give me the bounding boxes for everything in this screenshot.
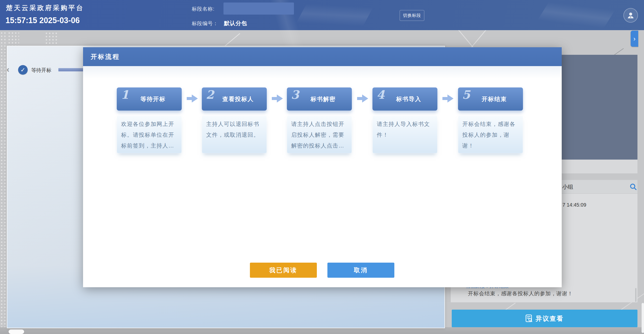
flow-step-card-1: 1 等待开标 [117,87,182,111]
stepper-prev-chevron-icon[interactable]: ‹ [7,65,9,73]
dialog-title: 开标流程 [91,47,120,66]
cancel-button[interactable]: 取消 [327,263,394,278]
flow-step-card-4: 4 标书导入 [372,87,437,111]
section-code-label: 标段编号： [192,20,218,27]
page-scrollbar-thumb[interactable] [641,303,644,333]
objection-view-button[interactable]: 异议查看 [452,310,637,327]
dialog-header-fade [83,66,562,79]
top-header: 楚天云采政府采购平台 15:57:15 2025-03-06 标段名称: 标段编… [0,0,644,30]
step-desc-box-2: 主持人可以退回标书文件，或取消退回。 [202,116,267,153]
step-title: 等待开标 [133,95,166,103]
group-title: 小组 [562,183,573,191]
open-bid-flow-dialog: 开标流程 1 等待开标 2 查看投标人 3 标书解密 4 标书导入 [83,47,562,287]
objection-doc-icon [525,314,533,322]
chat-timestamp: 7 14:45:09 [562,202,586,208]
dialog-header [83,47,562,66]
section-code-value: 默认分包 [224,20,247,27]
bottom-left-pill [9,329,24,334]
step-number: 5 [462,88,470,102]
confirm-read-button[interactable]: 我已阅读 [250,263,317,278]
step-title: 开标结束 [474,95,507,103]
chat-scrollbar[interactable] [635,288,636,302]
user-icon [627,12,634,19]
step-number: 2 [206,88,214,102]
step-desc-text: 请主持人导入标书文件！ [377,119,433,140]
step-number: 1 [121,88,129,102]
header-clock: 15:57:15 2025-03-06 [6,16,80,25]
chat-message: 开标会结束，感谢各投标人的参加，谢谢！ [468,290,573,297]
step-desc-text: 请主持人点击按钮开启投标人解密，需要解密的投标人点击… [291,119,348,151]
flow-step-card-2: 2 查看投标人 [202,87,267,111]
chevron-right-icon: › [633,35,636,43]
stepper-step-1-label: 等待开标 [31,67,51,74]
flow-step-card-5: 5 开标结束 [458,87,523,111]
step-desc-box-5: 开标会结束，感谢各投标人的参加，谢谢！ [458,116,523,153]
step-number: 4 [376,88,385,102]
section-name-mask [223,3,294,15]
section-name-label: 标段名称: [192,6,215,12]
flow-step-card-3: 3 标书解密 [287,87,352,111]
step-desc-box-3: 请主持人点击按钮开启投标人解密，需要解密的投标人点击… [287,116,352,153]
step-desc-text: 主持人可以退回标书文件，或取消退回。 [206,119,262,140]
user-avatar[interactable] [623,8,638,23]
stepper-next-chevron[interactable]: › [631,31,638,47]
app-screen: 监控~ 小组 7 14:45:09 • 当前阶段：开标结束 开标会结束，感谢各投… [0,0,644,334]
arrow-right-icon [442,94,454,104]
objection-button-label: 异议查看 [536,314,564,323]
arrow-right-icon [186,94,198,104]
arrow-right-icon [357,94,369,104]
switch-section-button[interactable]: 切换标段 [400,10,424,21]
step-desc-box-1: 欢迎各位参加网上开标。请投标单位在开标前签到，主持人… [117,116,182,153]
step-number: 3 [291,88,299,102]
step-desc-box-4: 请主持人导入标书文件！ [372,116,437,153]
arrow-right-icon [271,94,283,104]
search-icon[interactable] [629,183,637,190]
step-title: 标书导入 [389,95,421,103]
step-desc-text: 欢迎各位参加网上开标。请投标单位在开标前签到，主持人… [121,119,177,151]
step-title: 查看投标人 [215,95,254,103]
platform-title: 楚天云采政府采购平台 [6,4,84,12]
step-title: 标书解密 [303,95,336,103]
stepper-step-1-check-icon: ✓ [18,65,28,75]
step-desc-text: 开标会结束，感谢各投标人的参加，谢谢！ [462,119,519,151]
